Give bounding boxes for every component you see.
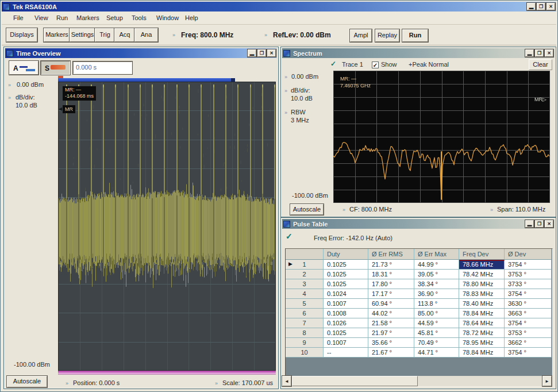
table-cell[interactable]: 3754 ° bbox=[505, 260, 552, 270]
spectrum-canvas[interactable] bbox=[333, 71, 550, 203]
menu-setup[interactable]: Setup bbox=[106, 14, 123, 21]
trace-selector[interactable]: Trace 1 bbox=[342, 61, 363, 68]
table-cell[interactable]: 0.1007 bbox=[324, 338, 368, 348]
reflev-readout[interactable]: RefLev: 0.00 dBm bbox=[273, 31, 331, 39]
pulse-table-titlebar[interactable]: Pulse Table ▬ ❐ ✕ bbox=[282, 219, 555, 229]
minimize-icon[interactable]: ▬ bbox=[527, 3, 536, 10]
horizontal-scrollbar[interactable]: ◄ ► bbox=[282, 376, 552, 386]
table-cell[interactable]: 21.58 ° bbox=[368, 318, 414, 328]
table-cell[interactable]: 18.31 ° bbox=[368, 270, 414, 279]
markers-button[interactable]: Markers bbox=[44, 28, 70, 42]
time-overview-plot[interactable]: MR: — -144.068 ms ◀ MR bbox=[58, 82, 276, 375]
dbdiv-label[interactable]: dB/div: bbox=[291, 87, 310, 94]
menu-help[interactable]: Help bbox=[185, 14, 198, 21]
table-cell[interactable]: 3753 ° bbox=[505, 328, 552, 338]
table-cell[interactable]: 78.72 MHz bbox=[459, 328, 505, 338]
table-cell[interactable]: 3754 ° bbox=[505, 289, 552, 299]
amplitude-trace-button[interactable]: A bbox=[9, 61, 39, 75]
table-cell[interactable]: 44.59 ° bbox=[414, 318, 459, 328]
table-cell[interactable]: 0.1008 bbox=[324, 309, 368, 318]
table-cell[interactable]: 38.34 ° bbox=[414, 279, 459, 289]
table-cell[interactable]: 78.84 MHz bbox=[459, 348, 505, 358]
table-cell[interactable]: 0.1025 bbox=[324, 270, 368, 279]
table-cell[interactable]: 21.67 ° bbox=[368, 348, 414, 358]
scroll-left-icon[interactable]: ◄ bbox=[282, 376, 291, 386]
maximize-icon[interactable]: ❐ bbox=[257, 49, 266, 57]
ana-button[interactable]: Ana bbox=[134, 28, 158, 42]
column-header-phase-dev[interactable]: Ø Dev bbox=[505, 249, 552, 260]
ampl-button[interactable]: Ampl bbox=[350, 29, 372, 42]
table-cell[interactable]: 70.49 ° bbox=[414, 338, 459, 348]
table-cell[interactable]: 0.1026 bbox=[324, 318, 368, 328]
menu-view[interactable]: View bbox=[34, 14, 48, 21]
spectrum-titlebar[interactable]: Spectrum ▬ ❐ ✕ bbox=[282, 48, 555, 58]
table-cell[interactable]: 17.80 ° bbox=[368, 279, 414, 289]
run-button[interactable]: Run bbox=[402, 29, 428, 42]
cf-readout[interactable]: CF: 800.0 MHz bbox=[349, 206, 392, 213]
column-header-duty[interactable]: Duty bbox=[324, 249, 368, 260]
measurement-check-icon[interactable]: ✓ bbox=[286, 232, 293, 241]
close-icon[interactable]: ✕ bbox=[267, 49, 276, 57]
offset-input[interactable]: 0.000 s bbox=[73, 62, 132, 74]
close-icon[interactable]: ✕ bbox=[545, 220, 553, 228]
main-titlebar[interactable]: Tek RSA6100A ▬ ❐ ✕ bbox=[2, 2, 556, 11]
row-header-cell[interactable]: 2 bbox=[286, 270, 324, 279]
minimize-icon[interactable]: ▬ bbox=[525, 220, 534, 228]
row-header-cell[interactable]: 5 bbox=[286, 299, 324, 309]
menu-run[interactable]: Run bbox=[56, 14, 68, 21]
maximize-icon[interactable]: ❐ bbox=[535, 49, 544, 57]
table-cell[interactable]: 3754 ° bbox=[505, 348, 552, 358]
table-cell[interactable]: 3733 ° bbox=[505, 279, 552, 289]
column-header-blank[interactable] bbox=[286, 249, 324, 260]
column-header-err-rms[interactable]: Ø Err RMS bbox=[368, 249, 414, 260]
table-cell[interactable]: 3662 ° bbox=[505, 338, 552, 348]
table-cell[interactable]: 17.17 ° bbox=[368, 289, 414, 299]
span-readout[interactable]: Span: 110.0 MHz bbox=[497, 206, 545, 213]
scale-readout[interactable]: Scale: 170.007 us bbox=[222, 379, 273, 386]
autoscale-button[interactable]: Autoscale bbox=[7, 376, 47, 387]
acq-button[interactable]: Acq bbox=[114, 28, 135, 42]
rbw-label[interactable]: RBW bbox=[291, 109, 306, 116]
time-overview-titlebar[interactable]: Time Overview ▬ ❐ ✕ bbox=[5, 48, 277, 58]
row-header-cell[interactable]: 6 bbox=[286, 309, 324, 318]
close-icon[interactable]: ✕ bbox=[545, 49, 553, 57]
column-header-freq-dev[interactable]: Freq Dev bbox=[459, 249, 505, 260]
close-icon[interactable]: ✕ bbox=[547, 3, 555, 10]
scrollbar-thumb[interactable] bbox=[292, 376, 418, 386]
spectrogram-trace-button[interactable]: S bbox=[41, 61, 70, 75]
table-cell[interactable]: 35.66 ° bbox=[368, 338, 414, 348]
dbdiv-label[interactable]: dB/div: bbox=[16, 94, 35, 101]
table-cell[interactable]: 78.95 MHz bbox=[459, 338, 505, 348]
table-cell[interactable]: 0.1025 bbox=[324, 328, 368, 338]
replay-button[interactable]: Replay bbox=[375, 29, 399, 42]
row-header-cell[interactable]: 8 bbox=[286, 328, 324, 338]
table-cell[interactable]: 78.42 MHz bbox=[459, 270, 505, 279]
settings-button[interactable]: Settings bbox=[70, 28, 95, 42]
time-overview-canvas[interactable] bbox=[58, 82, 276, 375]
table-cell[interactable]: 78.66 MHz bbox=[459, 260, 505, 270]
spectrum-plot[interactable]: MR: — 7.46075 GHz MR▷ bbox=[333, 71, 550, 203]
table-cell[interactable]: 78.84 MHz bbox=[459, 309, 505, 318]
detector-label[interactable]: +Peak Normal bbox=[409, 61, 449, 68]
table-cell[interactable]: 44.71 ° bbox=[414, 348, 459, 358]
table-cell[interactable]: 0.1025 bbox=[324, 260, 368, 270]
maximize-icon[interactable]: ❐ bbox=[537, 3, 545, 10]
minimize-icon[interactable]: ▬ bbox=[525, 49, 534, 57]
menu-markers[interactable]: Markers bbox=[76, 14, 99, 21]
table-cell[interactable]: 45.81 ° bbox=[414, 328, 459, 338]
freq-readout[interactable]: Freq: 800.0 MHz bbox=[181, 31, 233, 39]
top-level-label[interactable]: 0.00 dBm bbox=[291, 73, 318, 80]
table-cell[interactable]: 21.97 ° bbox=[368, 328, 414, 338]
table-cell[interactable]: 21.73 ° bbox=[368, 260, 414, 270]
row-header-cell[interactable]: ▶1 bbox=[286, 260, 324, 270]
row-header-cell[interactable]: 9 bbox=[286, 338, 324, 348]
table-cell[interactable]: 44.02 ° bbox=[368, 309, 414, 318]
menu-file[interactable]: File bbox=[13, 14, 24, 21]
table-cell[interactable]: 3754 ° bbox=[505, 318, 552, 328]
trace-enabled-check-icon[interactable]: ✓ bbox=[330, 60, 336, 68]
table-cell[interactable]: 60.94 ° bbox=[368, 299, 414, 309]
table-cell[interactable]: 36.90 ° bbox=[414, 289, 459, 299]
show-checkbox[interactable]: ✓ bbox=[372, 62, 379, 68]
table-cell[interactable]: 0.1024 bbox=[324, 289, 368, 299]
table-cell[interactable]: 78.83 MHz bbox=[459, 289, 505, 299]
